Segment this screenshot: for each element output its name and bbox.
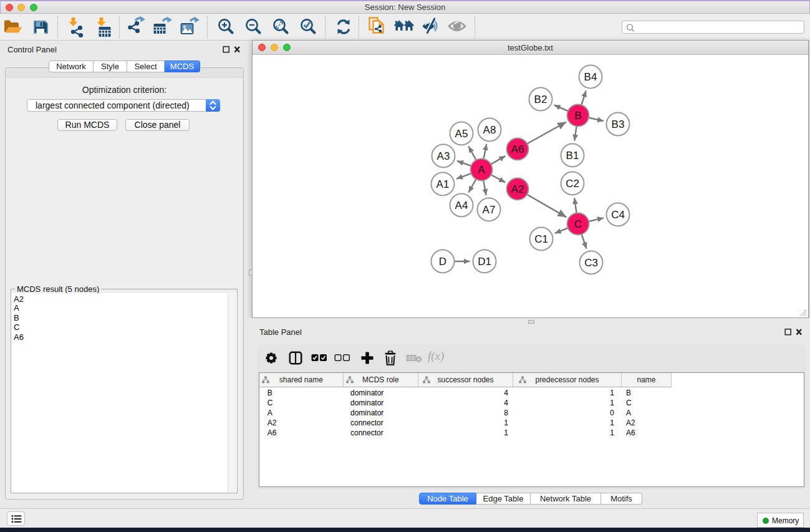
svg-text:A1: A1	[436, 178, 450, 190]
svg-text:A8: A8	[483, 124, 496, 136]
svg-text:B1: B1	[566, 150, 579, 162]
svg-text:A2: A2	[511, 183, 524, 195]
svg-text:C4: C4	[611, 209, 625, 221]
svg-text:B3: B3	[612, 118, 625, 130]
svg-text:A3: A3	[437, 150, 450, 162]
svg-text:C1: C1	[534, 233, 548, 245]
svg-text:D1: D1	[478, 256, 491, 268]
svg-text:B: B	[574, 110, 581, 122]
svg-text:B2: B2	[534, 94, 547, 105]
svg-text:A7: A7	[483, 204, 496, 216]
svg-text:D: D	[439, 256, 446, 268]
svg-text:A: A	[478, 164, 485, 176]
svg-text:C3: C3	[584, 257, 598, 269]
svg-text:A6: A6	[511, 143, 524, 155]
svg-text:C2: C2	[566, 178, 579, 190]
svg-text:A5: A5	[455, 128, 468, 140]
svg-text:C: C	[574, 218, 582, 230]
svg-text:B4: B4	[584, 71, 597, 83]
svg-text:A4: A4	[455, 200, 468, 211]
